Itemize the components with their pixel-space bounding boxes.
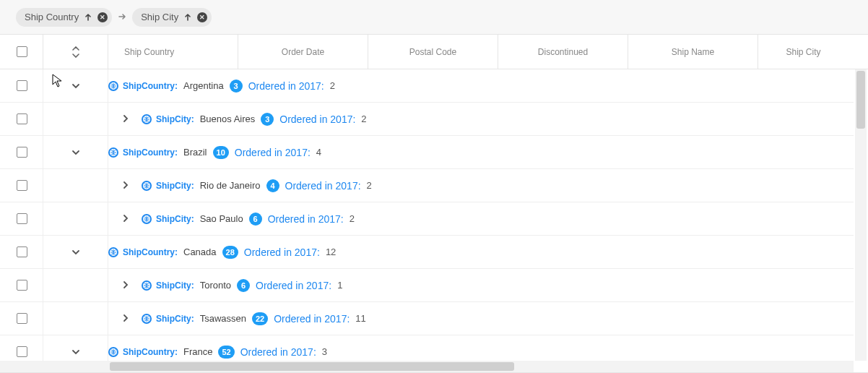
chevron-down-icon[interactable] [71,347,81,357]
globe-icon [142,114,152,124]
globe-icon [108,81,118,91]
grid-shell: Ship Country ✕ Ship City ✕ [0,0,868,373]
ordered-count: 2 [361,113,366,124]
ordered-count: 3 [322,346,327,357]
row-checkbox[interactable] [17,80,27,91]
ordered-label: Ordered in 2017: [248,80,324,92]
ordered-count: 2 [330,80,335,91]
group-key-label: ShipCity: [156,214,194,224]
group-row-country[interactable]: ShipCountry:Canada28Ordered in 2017:12 [0,236,854,269]
globe-icon [108,247,118,257]
group-chip-ship-country[interactable]: Ship Country ✕ [16,8,112,27]
count-badge: 10 [213,146,229,159]
row-checkbox[interactable] [17,180,27,191]
group-chip-ship-city[interactable]: Ship City ✕ [132,8,212,27]
ordered-count: 11 [355,313,365,324]
row-checkbox[interactable] [17,246,27,257]
group-key-label: ShipCity: [156,314,194,324]
group-key-label: ShipCountry: [123,247,178,257]
count-badge: 28 [222,246,238,259]
row-checkbox[interactable] [17,280,27,291]
group-row-country[interactable]: ShipCountry:France52Ordered in 2017:3 [0,335,854,361]
vertical-scroll-thumb[interactable] [856,71,865,129]
vertical-scrollbar[interactable] [855,69,867,361]
column-header-ship-country[interactable]: Ship Country [108,35,238,69]
group-value: Argentina [183,80,224,91]
column-header-row: Ship Country Order Date Postal Code Disc… [0,35,868,69]
group-value: Canada [183,246,217,257]
horizontal-scroll-thumb[interactable] [110,362,514,371]
row-checkbox[interactable] [17,147,27,158]
ordered-label: Ordered in 2017: [244,246,320,258]
group-chip-label: Ship Country [25,12,79,22]
group-row-city[interactable]: ShipCity:Rio de Janeiro4Ordered in 2017:… [0,169,854,202]
globe-icon [108,147,118,158]
group-key-label: ShipCountry: [123,81,178,91]
select-all-checkbox[interactable] [17,46,27,57]
sort-asc-icon[interactable] [183,12,193,22]
chevron-right-icon[interactable] [121,280,131,290]
ordered-label: Ordered in 2017: [274,313,350,325]
breadcrumb-separator-icon [116,12,128,23]
grid-rows: ShipCountry:Argentina3Ordered in 2017:2S… [0,69,854,361]
group-row-city[interactable]: ShipCity:Sao Paulo6Ordered in 2017:2 [0,202,854,236]
group-key-label: ShipCity: [156,114,194,124]
row-checkbox[interactable] [17,213,27,224]
header-select-all[interactable] [0,35,43,69]
chevron-down-icon[interactable] [71,147,81,158]
count-badge: 4 [266,179,279,192]
ordered-count: 4 [316,147,321,158]
remove-group-icon[interactable]: ✕ [97,12,108,22]
ordered-label: Ordered in 2017: [268,213,344,225]
groupby-bar: Ship Country ✕ Ship City ✕ [0,0,868,35]
chevron-right-icon[interactable] [121,180,131,190]
count-badge: 52 [218,346,234,359]
group-key-label: ShipCountry: [123,347,178,357]
globe-icon [142,214,152,224]
ordered-count: 2 [367,180,372,191]
ordered-label: Ordered in 2017: [235,147,311,158]
ordered-count: 12 [326,246,336,257]
group-row-city[interactable]: ShipCity:Tsawassen22Ordered in 2017:11 [0,302,854,335]
remove-group-icon[interactable]: ✕ [197,12,207,22]
group-key-label: ShipCity: [156,181,194,191]
chevron-right-icon[interactable] [121,313,131,323]
group-value: Brazil [183,147,207,158]
horizontal-scrollbar[interactable] [0,361,854,372]
sort-asc-icon[interactable] [83,12,93,22]
group-value: Tsawassen [200,313,246,324]
ordered-count: 1 [337,280,342,291]
column-header-discontinued[interactable]: Discontinued [498,35,628,69]
group-value: France [183,346,212,357]
ordered-label: Ordered in 2017: [240,346,316,358]
column-header-ship-city[interactable]: Ship City [758,35,849,69]
grid-body: ShipCountry:Argentina3Ordered in 2017:2S… [0,69,868,372]
column-header-ship-name[interactable]: Ship Name [628,35,758,69]
group-row-city[interactable]: ShipCity:Toronto6Ordered in 2017:1 [0,269,854,302]
globe-icon [142,314,152,324]
group-value: Buenos Aires [200,113,256,124]
row-checkbox[interactable] [17,313,27,324]
chevron-right-icon[interactable] [121,113,131,124]
count-badge: 22 [252,312,268,325]
count-badge: 6 [249,213,262,226]
ordered-label: Ordered in 2017: [256,280,331,291]
globe-icon [142,280,152,291]
group-row-country[interactable]: ShipCountry:Brazil10Ordered in 2017:4 [0,136,854,169]
count-badge: 6 [237,279,250,292]
column-header-postal-code[interactable]: Postal Code [368,35,498,69]
row-checkbox[interactable] [17,346,27,357]
group-value: Sao Paulo [200,213,243,224]
chevron-right-icon[interactable] [121,213,131,223]
row-checkbox[interactable] [17,113,27,124]
header-collapse-all[interactable] [43,35,108,69]
ordered-label: Ordered in 2017: [279,113,355,125]
group-row-country[interactable]: ShipCountry:Argentina3Ordered in 2017:2 [0,69,854,103]
collapse-all-icon[interactable] [71,46,80,58]
chevron-down-icon[interactable] [71,247,81,257]
globe-icon [108,347,118,357]
ordered-label: Ordered in 2017: [285,180,361,192]
group-row-city[interactable]: ShipCity:Buenos Aires3Ordered in 2017:2 [0,103,854,136]
column-header-order-date[interactable]: Order Date [238,35,368,69]
chevron-down-icon[interactable] [71,81,81,91]
